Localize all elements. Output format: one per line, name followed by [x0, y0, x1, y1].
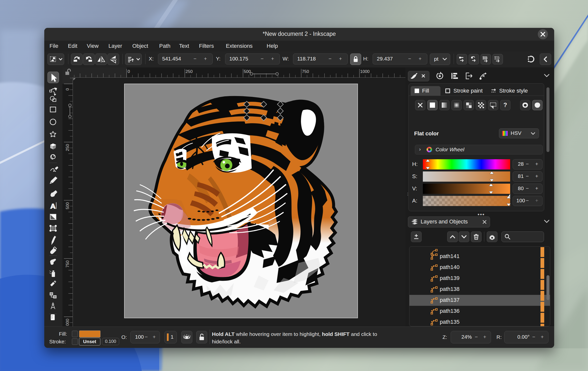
svg-text:000: 000 — [65, 319, 70, 326]
svg-text:A: A — [50, 202, 56, 210]
svg-text:750: 750 — [302, 69, 309, 74]
svg-text:750: 750 — [65, 261, 70, 267]
svg-text:250: 250 — [65, 144, 70, 151]
svg-text:500: 500 — [244, 69, 251, 74]
svg-text:500: 500 — [65, 202, 70, 209]
svg-text:1000: 1000 — [360, 69, 370, 74]
svg-text:0: 0 — [65, 88, 70, 90]
svg-text:0: 0 — [128, 69, 130, 74]
svg-text:250: 250 — [186, 69, 193, 74]
